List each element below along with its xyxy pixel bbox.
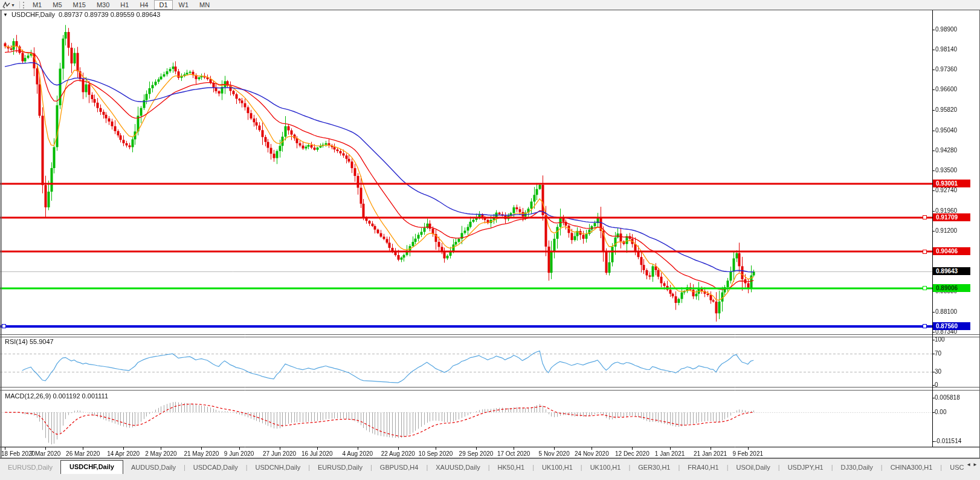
date-axis-label: 9 Jun 2020 [224,450,254,457]
price-axis-label: 0.95040 [935,127,957,134]
date-axis-label: 14 Apr 2020 [107,450,140,457]
chart-tab-usdjpy-h1[interactable]: USDJPY,H1 [780,461,831,474]
date-axis-label: 7 Mar 2020 [30,450,61,457]
toolbar-grip-handle[interactable] [23,2,24,8]
date-axis-label: 2 May 2020 [145,450,176,457]
price-axis-label: 0.94280 [935,147,957,154]
chart-tab-hk50-h1[interactable]: HK50,H1 [490,461,533,474]
hline-handle[interactable] [923,215,927,219]
chart-tab-ger30-h1[interactable]: GER30,H1 [630,461,678,474]
rsi-indicator-label: RSI(14) 55.9047 [5,338,54,345]
trading-terminal-window: ▼ M1M5M15M30H1H4D1W1MN ▼ USDCHF,Daily 0.… [0,0,980,480]
chart-tab-uk100-h1[interactable]: UK100,H1 [534,461,581,474]
chart-symbol-period: USDCHF,Daily [11,11,55,18]
chart-tab-fra40-h1[interactable]: FRA40,H1 [680,461,726,474]
hline-handle[interactable] [923,250,927,254]
chart-tab-usc[interactable]: USC [942,461,965,474]
chart-tab-uk100-h1[interactable]: UK100,H1 [582,461,629,474]
price-axis-label: 0.92740 [935,187,957,193]
chart-tab-xauusd-daily[interactable]: XAUUSD,Daily [428,461,488,474]
timeframe-button-d1[interactable]: D1 [154,0,172,10]
window-menu-arrow-icon[interactable]: ▼ [3,12,8,18]
chart-tab-china300-h1[interactable]: CHINA300,H1 [883,461,941,474]
timeframe-button-m5[interactable]: M5 [48,0,66,10]
timeframe-buttons: M1M5M15M30H1H4D1W1MN [27,0,215,10]
date-axis-label: 9 Feb 2021 [732,450,763,457]
level-price-badge: 0.91709 [933,213,970,221]
tab-scroll-controls: ◄ ► [965,459,980,468]
chart-tab-eurusd-daily[interactable]: EURUSD,Daily [310,461,370,474]
chart-tab-dj30-daily[interactable]: DJ30,Daily [833,461,881,474]
level-price-badge: 0.90406 [933,247,970,255]
rsi-axis-label: 100 [935,336,945,343]
timeframe-button-m15[interactable]: M15 [68,0,91,10]
date-axis-label: 5 Nov 2020 [539,450,570,457]
date-axis-label: 12 Dec 2020 [615,450,650,457]
date-axis-label: 22 Aug 2020 [381,450,415,457]
cursor-tool-icon [2,1,10,8]
tab-scroll-left-icon[interactable]: ◄ [966,462,971,468]
price-axis-label: 0.91200 [935,227,957,234]
chart-tab-usdchf-daily[interactable]: USDCHF,Daily [60,460,123,474]
level-price-badge: 0.87560 [933,322,970,330]
price-axis-label: 0.93500 [935,167,957,174]
date-axis-label: 29 Sep 2020 [459,450,494,457]
chart-tab-usdcad-daily[interactable]: USDCAD,Daily [185,461,246,474]
price-axis-label: 0.98140 [935,46,957,53]
hline-handle[interactable] [923,286,927,290]
date-axis-label: 21 Jan 2021 [694,450,727,457]
timeframe-button-h1[interactable]: H1 [115,0,134,10]
rsi-axis-label: 30 [935,368,941,375]
current-price-badge: 0.89643 [933,267,970,275]
timeframe-button-mn[interactable]: MN [195,0,214,10]
hline-handle[interactable] [923,324,927,328]
date-axis-label: 26 Mar 2020 [66,450,100,457]
chevron-down-icon: ▼ [11,3,15,7]
timeframe-button-m1[interactable]: M1 [28,0,47,10]
price-axis-label: 0.97360 [935,66,957,73]
timeframe-button-w1[interactable]: W1 [174,0,194,10]
chart-window-title: ▼ USDCHF,Daily 0.89737 0.89739 0.89559 0… [3,11,160,18]
chart-tool-button[interactable]: ▼ [0,1,18,9]
chart-tab-usoil-daily[interactable]: USOil,Daily [729,461,778,474]
date-axis-label: 21 May 2020 [184,450,219,457]
chart-tabs: EURUSD,DailyUSDCHF,DailyAUDUSD,Daily|USD… [0,459,965,474]
date-axis-label: 1 Jan 2021 [655,450,685,457]
timeframe-toolbar: ▼ M1M5M15M30H1H4D1W1MN [0,0,980,10]
date-axis-label: 16 Jul 2020 [301,450,333,457]
date-axis-label: 27 Jun 2020 [263,450,296,457]
rsi-axis-label: 70 [935,350,941,357]
macd-indicator-label: MACD(12,26,9) 0.001192 0.001111 [5,392,108,400]
date-axis-label: 17 Oct 2020 [497,450,530,457]
price-axis-label: 0.88100 [935,308,957,315]
price-axis-label: 0.98900 [935,26,957,33]
tab-scroll-right-icon[interactable]: ► [973,462,978,468]
chart-tab-audusd-daily[interactable]: AUDUSD,Daily [123,461,184,474]
timeframe-button-h4[interactable]: H4 [135,0,153,10]
macd-axis-label: 0.00 [935,409,946,415]
chart-ohlc-values: 0.89737 0.89739 0.89559 0.89643 [59,11,160,18]
level-price-badge: 0.93001 [933,180,970,187]
date-axis-label: 4 Aug 2020 [342,450,373,457]
price-axis-label: 0.95820 [935,106,957,113]
toolbar-separator [19,1,20,8]
price-axis-label: 0.96600 [935,86,957,92]
price-chart-canvas[interactable] [0,0,980,480]
level-price-badge: 0.89006 [933,284,970,292]
date-axis-label: 24 Nov 2020 [575,450,609,457]
hline-handle[interactable] [2,324,6,328]
chart-tab-usdcnh-daily[interactable]: USDCNH,Daily [248,461,309,474]
chart-tab-bar: EURUSD,DailyUSDCHF,DailyAUDUSD,Daily|USD… [0,458,980,480]
chart-tab-gbpusd-h4[interactable]: GBPUSD,H4 [372,461,427,474]
macd-axis-label: -0.011514 [935,438,961,444]
chart-tab-eurusd-daily[interactable]: EURUSD,Daily [0,461,60,474]
timeframe-button-m30[interactable]: M30 [92,0,114,10]
macd-axis-label: 0.005818 [935,394,960,401]
date-axis-label: 10 Sep 2020 [419,450,453,457]
rsi-axis-label: 0 [935,381,938,388]
